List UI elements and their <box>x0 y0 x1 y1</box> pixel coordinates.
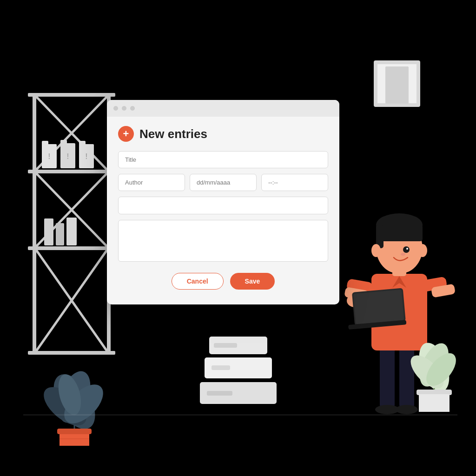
form-row-metadata <box>118 174 328 191</box>
svg-rect-2 <box>28 93 115 97</box>
password-input[interactable]: ••• <box>118 197 328 214</box>
svg-rect-21 <box>44 218 53 245</box>
svg-rect-0 <box>33 93 36 353</box>
modal-title: New entries <box>139 127 207 141</box>
svg-rect-3 <box>28 170 115 173</box>
svg-rect-22 <box>56 223 64 245</box>
shelf-svg: ! ! ! <box>28 93 116 358</box>
picture-frame-inner <box>385 66 409 104</box>
floor-line <box>23 414 457 416</box>
svg-rect-31 <box>57 429 92 434</box>
svg-rect-60 <box>212 365 230 370</box>
svg-rect-4 <box>28 246 115 250</box>
time-input[interactable] <box>261 174 328 191</box>
cancel-button[interactable]: Cancel <box>172 273 224 290</box>
svg-rect-69 <box>419 394 450 412</box>
svg-rect-19 <box>79 141 86 145</box>
svg-point-52 <box>418 244 427 257</box>
svg-rect-23 <box>66 218 77 245</box>
plus-symbol: + <box>123 128 129 140</box>
bookshelf: ! ! ! <box>28 93 116 363</box>
scene: ! ! ! <box>0 0 476 476</box>
svg-point-54 <box>403 246 410 253</box>
modal-body: + New entries ••• Cancel <box>107 117 339 299</box>
password-row: ••• <box>118 197 328 214</box>
modal-window: + New entries ••• Cancel <box>107 100 339 304</box>
modal-header: + New entries <box>118 126 328 142</box>
svg-rect-45 <box>353 290 404 324</box>
textarea-row <box>118 220 328 264</box>
svg-rect-33 <box>380 344 395 409</box>
save-button[interactable]: Save <box>230 273 275 290</box>
drawers-svg <box>200 337 277 404</box>
title-input[interactable] <box>118 151 328 168</box>
drawers-illustration <box>200 337 277 404</box>
svg-rect-58 <box>214 343 237 348</box>
left-plant-svg <box>37 341 112 448</box>
left-plant <box>37 341 112 448</box>
content-textarea[interactable] <box>118 220 328 262</box>
window-dot-3 <box>130 106 135 111</box>
svg-rect-62 <box>207 391 232 396</box>
svg-text:!: ! <box>85 152 87 160</box>
window-dot-1 <box>113 106 118 111</box>
form-actions: Cancel Save <box>118 273 328 290</box>
window-dot-2 <box>122 106 126 111</box>
svg-point-53 <box>371 244 381 257</box>
svg-text:!: ! <box>48 152 50 160</box>
add-entry-icon[interactable]: + <box>118 126 134 142</box>
date-input[interactable] <box>190 174 257 191</box>
right-plant-svg <box>406 321 462 414</box>
svg-rect-13 <box>42 141 48 145</box>
svg-rect-16 <box>60 140 67 145</box>
svg-text:!: ! <box>66 152 69 160</box>
modal-titlebar <box>107 100 339 117</box>
svg-point-55 <box>406 248 408 250</box>
author-input[interactable] <box>118 174 185 191</box>
picture-frame <box>374 60 420 107</box>
svg-point-56 <box>401 253 405 256</box>
right-plant <box>406 321 462 416</box>
